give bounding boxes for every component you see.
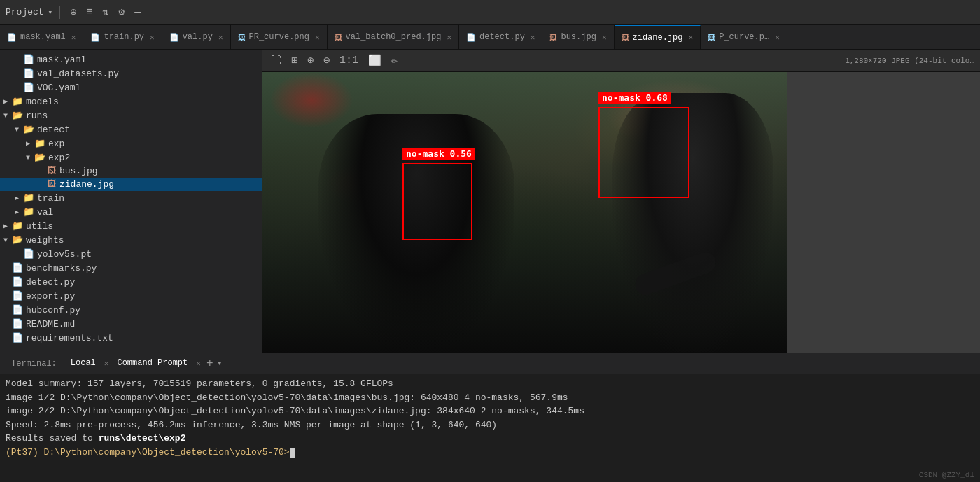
terminal-content: Model summary: 157 layers, 7015519 param…	[0, 374, 980, 482]
sidebar-item-exp[interactable]: ▶ 📁 exp	[0, 136, 262, 150]
arrow-weights: ▼	[0, 236, 11, 244]
tab-detect-py[interactable]: 📄 detect.py ✕	[459, 25, 542, 49]
tab-p-curve[interactable]: 🖼 P_curve.p… ✕	[701, 25, 788, 49]
terminal-dropdown-button[interactable]: ▾	[218, 359, 223, 368]
image-canvas: no-mask 0.56 no-mask 0.68	[262, 72, 788, 353]
tab-close-zidane-jpg[interactable]: ✕	[689, 33, 694, 42]
zoom-in-icon[interactable]: ⊕	[304, 52, 316, 69]
tab-icon-p-curve: 🖼	[708, 33, 715, 42]
tab-train-py[interactable]: 📄 train.py ✕	[83, 25, 162, 49]
label-weights: weights	[26, 235, 64, 246]
terminal-tab-command-close[interactable]: ✕	[196, 359, 201, 368]
project-menu-arrow[interactable]: ▾	[48, 8, 53, 17]
sidebar-item-val[interactable]: ▶ 📁 val	[0, 205, 262, 219]
terminal-tab-command-prompt[interactable]: Command Prompt	[111, 355, 193, 371]
arrow-exp2: ▼	[22, 154, 34, 162]
sidebar-item-voc-yaml[interactable]: 📄 VOC.yaml	[0, 80, 262, 94]
editor-toolbar: ⛶ ⊞ ⊕ ⊖ 1:1 ⬜ ✏ 1,280×720 JPEG (24-bit c…	[262, 50, 980, 72]
sidebar-item-runs[interactable]: ▼ 📂 runs	[0, 108, 262, 122]
terminal-tab-local[interactable]: Local	[65, 355, 102, 371]
file-icon-requirements: 📄	[11, 332, 24, 343]
label-utils: utils	[26, 221, 53, 232]
sidebar-item-yolov5s[interactable]: 📄 yolov5s.pt	[0, 247, 262, 261]
settings-icon[interactable]: ⚙	[115, 4, 127, 20]
terminal-area: Terminal: Local ✕ Command Prompt ✕ + ▾ M…	[0, 353, 980, 482]
person-left-silhouette	[318, 114, 514, 352]
tab-close-train-py[interactable]: ✕	[150, 33, 155, 42]
file-icon-voc-yaml: 📄	[22, 82, 35, 93]
terminal-line-4: Speed: 2.8ms pre-process, 456.2ms infere…	[6, 418, 974, 432]
file-icon-yolov5s: 📄	[22, 248, 35, 260]
tab-icon-mask-yaml: 📄	[7, 33, 17, 42]
actual-size-icon[interactable]: 1:1	[337, 53, 361, 68]
sidebar: 📄 mask.yaml 📄 val_datasets.py 📄 VOC.yaml…	[0, 50, 262, 353]
tab-close-val-batch[interactable]: ✕	[447, 33, 451, 42]
terminal-line-1: Model summary: 157 layers, 7015519 param…	[6, 377, 974, 391]
tab-label-train-py: train.py	[104, 32, 144, 42]
fit-icon[interactable]: ⛶	[268, 53, 284, 69]
label-voc-yaml: VOC.yaml	[37, 83, 80, 93]
terminal-line-5: Results saved to runs\detect\exp2	[6, 432, 974, 446]
tab-bar: 📄 mask.yaml ✕ 📄 train.py ✕ 📄 val.py ✕ 🖼 …	[0, 25, 980, 50]
label-export-py: export.py	[26, 291, 75, 302]
folder-icon-train: 📁	[22, 192, 35, 204]
tab-bus-jpg[interactable]: 🖼 bus.jpg ✕	[542, 25, 614, 49]
sidebar-item-hubconf[interactable]: 📄 hubconf.py	[0, 303, 262, 317]
sidebar-item-utils[interactable]: ▶ 📁 utils	[0, 219, 262, 233]
tab-label-val-batch: val_batch0_pred.jpg	[346, 32, 442, 42]
sidebar-item-detect-py[interactable]: 📄 detect.py	[0, 275, 262, 289]
tab-close-pr-curve[interactable]: ✕	[315, 33, 320, 42]
sidebar-item-export-py[interactable]: 📄 export.py	[0, 289, 262, 303]
tab-icon-detect-py: 📄	[466, 33, 476, 42]
tab-icon-pr-curve: 🖼	[238, 33, 246, 42]
folder-icon-weights: 📂	[11, 234, 24, 246]
folder-icon-detect: 📂	[22, 124, 35, 135]
label-val-datasets: val_datasets.py	[37, 69, 119, 79]
folder-icon-exp: 📁	[34, 138, 46, 149]
sidebar-item-bus-jpg[interactable]: 🖼 bus.jpg	[0, 164, 262, 178]
terminal-tab-bar: Terminal: Local ✕ Command Prompt ✕ + ▾	[0, 353, 980, 374]
list-icon[interactable]: ≡	[83, 5, 95, 20]
sidebar-item-weights[interactable]: ▼ 📂 weights	[0, 233, 262, 247]
grid-icon[interactable]: ⊞	[288, 52, 300, 69]
layout-icon[interactable]: ⊕	[67, 4, 79, 20]
tab-label-p-curve: P_curve.p…	[719, 32, 769, 42]
sidebar-item-requirements[interactable]: 📄 requirements.txt	[0, 331, 262, 345]
tab-close-val-py[interactable]: ✕	[218, 33, 223, 42]
tab-close-bus-jpg[interactable]: ✕	[602, 33, 607, 42]
tab-icon-val-batch: 🖼	[335, 33, 342, 42]
tab-pr-curve[interactable]: 🖼 PR_curve.png ✕	[231, 25, 328, 49]
tab-zidane-jpg[interactable]: 🖼 zidane.jpg ✕	[615, 25, 701, 49]
image-info: 1,280×720 JPEG (24-bit colo…	[845, 57, 974, 65]
tab-mask-yaml[interactable]: 📄 mask.yaml ✕	[0, 25, 83, 49]
sidebar-item-benchmarks[interactable]: 📄 benchmarks.py	[0, 261, 262, 275]
file-icon-zidane-jpg: 🖼	[45, 179, 57, 190]
arrow-models: ▶	[0, 97, 11, 106]
tab-close-mask-yaml[interactable]: ✕	[71, 33, 76, 42]
sidebar-item-models[interactable]: ▶ 📁 models	[0, 94, 262, 108]
tab-val-batch[interactable]: 🖼 val_batch0_pred.jpg ✕	[328, 25, 459, 49]
sidebar-item-exp2[interactable]: ▼ 📂 exp2	[0, 150, 262, 164]
terminal-tab-local-close[interactable]: ✕	[104, 359, 109, 368]
label-train: train	[37, 193, 64, 204]
sidebar-item-train[interactable]: ▶ 📁 train	[0, 191, 262, 205]
terminal-line-2: image 1/2 D:\Python\company\Object_detec…	[6, 391, 974, 405]
sidebar-item-mask-yaml[interactable]: 📄 mask.yaml	[0, 52, 262, 66]
sidebar-item-zidane-jpg[interactable]: 🖼 zidane.jpg	[0, 178, 262, 191]
minimize-icon[interactable]: —	[132, 5, 144, 20]
folder-icon-exp2: 📂	[34, 152, 46, 163]
tab-close-p-curve[interactable]: ✕	[775, 33, 780, 42]
crop-icon[interactable]: ⬜	[365, 52, 384, 69]
tab-val-py[interactable]: 📄 val.py ✕	[162, 25, 231, 49]
file-icon-mask-yaml: 📄	[22, 54, 35, 65]
eyedropper-icon[interactable]: ✏	[388, 52, 400, 69]
sidebar-item-detect[interactable]: ▼ 📂 detect	[0, 122, 262, 136]
terminal-add-button[interactable]: +	[206, 357, 214, 370]
zoom-out-icon[interactable]: ⊖	[321, 52, 332, 69]
sidebar-item-readme[interactable]: 📄 README.md	[0, 317, 262, 331]
tab-close-detect-py[interactable]: ✕	[531, 33, 536, 42]
sidebar-item-val-datasets[interactable]: 📄 val_datasets.py	[0, 66, 262, 80]
sort-icon[interactable]: ⇅	[99, 4, 111, 20]
editor-area: ⛶ ⊞ ⊕ ⊖ 1:1 ⬜ ✏ 1,280×720 JPEG (24-bit c…	[262, 50, 980, 353]
file-icon-hubconf: 📄	[11, 304, 24, 316]
